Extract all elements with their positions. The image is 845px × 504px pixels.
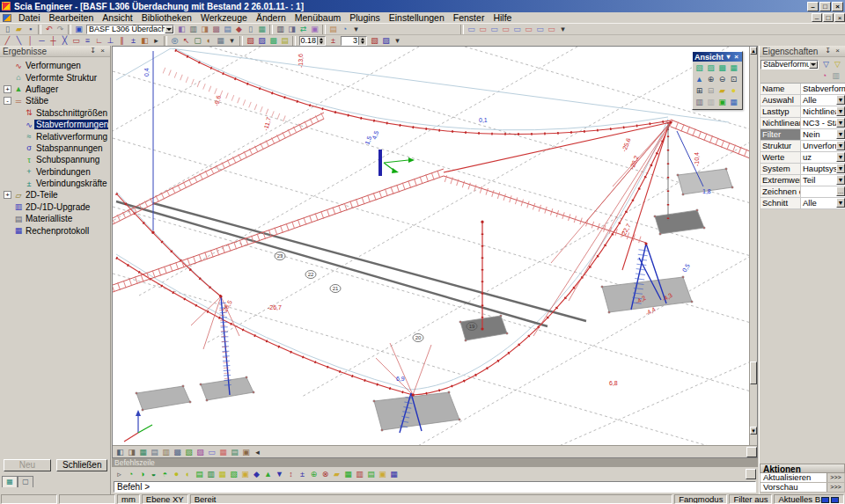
combo-dropdown-icon[interactable] xyxy=(809,61,818,69)
save-project-icon[interactable]: ▪ xyxy=(25,24,36,34)
tree-item-schubspannung[interactable]: τSchubspannung xyxy=(2,154,108,165)
member-beam-icon[interactable]: ▭ xyxy=(70,35,82,46)
member-horizontal-icon[interactable]: ─ xyxy=(36,35,48,46)
dropdown-icon[interactable]: ▼ xyxy=(836,141,845,150)
save-image-icon[interactable]: ▣ xyxy=(309,24,320,34)
open-project-icon[interactable]: ▰ xyxy=(13,24,25,34)
property-row-zeichnen-ein-[interactable]: Zeichnen ein...… xyxy=(760,186,845,198)
minimize-button[interactable]: – xyxy=(807,2,819,11)
zoom-all-icon[interactable]: ⊡ xyxy=(728,74,739,85)
add-point-icon[interactable]: ⊕ xyxy=(308,469,320,479)
member-offset-icon[interactable]: ± xyxy=(128,35,139,46)
render-mode-icon[interactable]: ▥ xyxy=(160,447,172,457)
property-row-nichtlineare-[interactable]: Nichtlineare ...NC3 - Ständ▼ xyxy=(760,118,845,129)
select-box-icon[interactable]: ▢ xyxy=(192,35,203,46)
property-set-combo[interactable]: Stabverformun xyxy=(760,60,819,69)
top-view-icon[interactable]: ▥ xyxy=(205,469,217,479)
scrollbar-thumb[interactable] xyxy=(750,362,757,384)
property-value[interactable]: Alle xyxy=(801,198,836,208)
expand-icon[interactable]: + xyxy=(4,85,11,93)
close-panel-icon[interactable]: × xyxy=(98,47,107,55)
window-layout-5-icon[interactable]: ▭ xyxy=(511,24,523,34)
member-line-icon[interactable]: ╱ xyxy=(2,35,13,46)
structural-model-drawing[interactable]: 2322212019 0,40,11,54,5-9,6-11,7-13,6-26… xyxy=(113,47,751,447)
collapse-icon[interactable]: - xyxy=(4,97,11,105)
snap-down-icon[interactable]: ▼ xyxy=(274,469,285,479)
property-value[interactable]: Nichtlineare xyxy=(801,106,836,117)
select-cursor-icon[interactable]: ↖ xyxy=(180,35,192,46)
document-zoom-icon[interactable]: ◔ xyxy=(339,24,350,34)
menu-fenster[interactable]: Fenster xyxy=(449,12,489,23)
dock-collapse-icon[interactable]: ◂ xyxy=(252,447,263,457)
tree-item-stäbe[interactable]: -═Stäbe xyxy=(2,95,108,106)
axes-display-icon[interactable]: ▦ xyxy=(137,447,149,457)
zoom-in-icon[interactable]: ⊕ xyxy=(705,74,716,85)
menu-ansicht[interactable]: Ansicht xyxy=(98,12,136,23)
web-export-icon[interactable]: ⇄ xyxy=(298,24,309,34)
picture-gallery-icon[interactable]: ▩ xyxy=(210,24,222,34)
select-circle-icon[interactable]: ◎ xyxy=(169,35,180,46)
tree-item-2d-1d-upgrade[interactable]: ▥2D-/1D-Upgrade xyxy=(2,201,108,213)
screenshot-icon[interactable]: ◨ xyxy=(199,24,210,34)
ellipsis-icon[interactable]: … xyxy=(836,186,845,196)
command-grip-icon[interactable]: ▹ xyxy=(114,469,125,479)
window-layout-2-icon[interactable]: ▭ xyxy=(477,24,489,34)
tree-item-relativverformung[interactable]: ≈Relativverformung xyxy=(2,130,108,142)
property-row-extremwerte[interactable]: ExtremwerteTeil▼ xyxy=(760,175,845,186)
perspective-icon[interactable]: ▣ xyxy=(239,469,251,479)
viewport-vertical-scrollbar[interactable]: ▲ ▼ xyxy=(749,47,757,447)
property-value[interactable]: Stabverform... xyxy=(801,84,845,94)
viewport-corner-box[interactable] xyxy=(746,447,757,457)
line-grid-icon[interactable]: ▤ xyxy=(365,469,377,479)
window-layout-3-icon[interactable]: ▭ xyxy=(489,24,500,34)
status-plane[interactable]: Ebene XY xyxy=(142,494,188,504)
dot-grid-icon[interactable]: ▥ xyxy=(354,469,365,479)
command-panel-caption[interactable]: Befehlszeile xyxy=(112,458,758,467)
pan-view-icon[interactable]: ● xyxy=(171,469,182,479)
property-row-filter[interactable]: FilterNein▼ xyxy=(760,129,845,141)
member-brace-icon[interactable]: ╳ xyxy=(59,35,70,46)
property-value[interactable]: Unverformt xyxy=(801,141,836,151)
view-axonometric-icon[interactable]: ▦ xyxy=(728,62,739,74)
tab-tree-view[interactable]: ▦ xyxy=(2,476,18,487)
pie-chart-icon[interactable]: ◔ xyxy=(819,70,830,81)
mdi-close-button[interactable]: × xyxy=(834,13,845,22)
tree-item-verformungen[interactable]: ∿Verformungen xyxy=(2,60,108,71)
menu-bibliotheken[interactable]: Bibliotheken xyxy=(137,12,196,23)
rotate-view-icon[interactable]: ◐ xyxy=(182,469,194,479)
property-row-lasttyp[interactable]: LasttypNichtlineare▼ xyxy=(760,106,845,118)
ucs-toggle-icon[interactable]: ◧ xyxy=(114,447,126,457)
expand-icon[interactable]: + xyxy=(4,191,11,199)
property-value[interactable]: Hauptsyste xyxy=(801,164,836,174)
window-layout-7-icon[interactable]: ▭ xyxy=(534,24,546,34)
labels-display-icon[interactable]: ▤ xyxy=(229,447,240,457)
walk-mode-icon[interactable]: ▲ xyxy=(694,74,705,85)
undo-icon[interactable]: ↶ xyxy=(43,24,55,34)
more-layouts-icon[interactable]: ▾ xyxy=(557,24,569,34)
view-rotate-y-icon[interactable]: ▨ xyxy=(705,62,716,74)
more-commands-2-icon[interactable]: ▾ xyxy=(392,35,403,46)
menu-plugins[interactable]: Plugins xyxy=(345,12,384,23)
status-snap-mode[interactable]: Fangmodus xyxy=(674,494,727,504)
menu-datei[interactable]: Datei xyxy=(14,12,45,23)
layers-icon[interactable]: ▤ xyxy=(149,447,160,457)
redo-icon[interactable]: ↷ xyxy=(55,24,66,34)
action-execute-button[interactable]: >>> xyxy=(827,483,844,492)
new-button[interactable]: Neu xyxy=(4,459,51,471)
view-rotate-z-icon[interactable]: ▩ xyxy=(716,62,728,74)
more-commands-1-icon[interactable]: ▾ xyxy=(350,24,362,34)
pin-icon[interactable]: ↧ xyxy=(88,47,98,55)
ansicht-more-icon[interactable]: ▾ xyxy=(724,53,732,61)
property-row-system[interactable]: SystemHauptsyste▼ xyxy=(760,164,845,175)
window-layout-6-icon[interactable]: ▭ xyxy=(523,24,534,34)
command-input[interactable]: Befehl > xyxy=(114,481,756,493)
print-view-icon[interactable]: ▥ xyxy=(694,97,705,108)
status-unit[interactable]: mm xyxy=(117,494,140,504)
property-value[interactable]: Nein xyxy=(801,129,836,140)
property-value[interactable]: uz xyxy=(801,152,836,163)
member-parallel-icon[interactable]: ∥ xyxy=(116,35,128,46)
detach-load-icon[interactable]: ▤ xyxy=(279,35,290,46)
property-value[interactable]: NC3 - Ständ xyxy=(801,118,836,128)
new-document-icon[interactable]: ▯ xyxy=(2,24,13,34)
results-display-icon[interactable]: ▦ xyxy=(217,447,229,457)
